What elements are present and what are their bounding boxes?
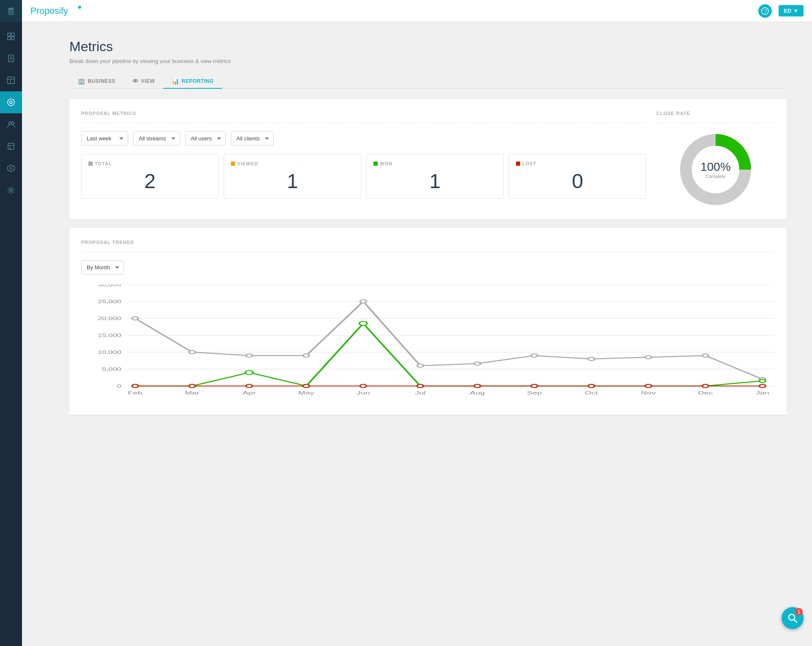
red-dot-jan (760, 384, 766, 388)
green-dot-jun (359, 321, 367, 326)
svg-rect-11 (8, 77, 14, 84)
tab-reporting[interactable]: 📊 REPORTING (163, 74, 222, 89)
header: Proposify ? ED ▼ (22, 0, 812, 22)
app-logo: Proposify (30, 4, 83, 18)
trends-divider (81, 252, 775, 252)
svg-rect-18 (8, 143, 14, 149)
green-dot-jan (760, 379, 766, 383)
svg-point-15 (10, 101, 12, 104)
close-rate-title: CLOSE RATE (656, 111, 775, 116)
red-dot-nov (645, 384, 652, 388)
red-dot-mar (189, 384, 195, 388)
svg-rect-0 (9, 10, 13, 14)
trends-time-filter[interactable]: By Month By Week By Day (81, 260, 124, 274)
metrics-layout: PROPOSAL METRICS Last week Last month La… (81, 111, 775, 208)
tab-reporting-label: REPORTING (182, 78, 214, 84)
metric-box-won: WON 1 (366, 154, 504, 199)
tab-view-label: VIEW (141, 78, 155, 84)
green-dot-apr (245, 370, 253, 375)
won-dot (373, 162, 378, 166)
metric-box-viewed: VIEWED 1 (224, 154, 361, 199)
metrics-filters: Last week Last month Last year All time … (81, 131, 646, 145)
gray-dot-oct (588, 357, 595, 361)
svg-text:5,000: 5,000 (102, 367, 121, 372)
time-filter[interactable]: Last week Last month Last year All time (81, 131, 128, 145)
close-rate-divider (656, 123, 775, 123)
gray-dot-nov (645, 356, 652, 359)
svg-rect-3 (8, 33, 11, 36)
svg-text:Aug: Aug (470, 390, 485, 395)
user-menu-button[interactable]: ED ▼ (779, 5, 804, 16)
users-filter[interactable]: All users (185, 131, 226, 145)
gray-dot-aug (474, 362, 480, 365)
sidebar (0, 0, 22, 646)
svg-text:?: ? (764, 8, 767, 14)
svg-text:Oct: Oct (585, 390, 598, 395)
sidebar-item-catalog[interactable] (0, 135, 22, 157)
reporting-tab-icon: 📊 (172, 78, 179, 85)
float-search-button[interactable]: 1 (782, 607, 804, 629)
red-dot-jul (417, 384, 423, 388)
donut-center-text: 100% Complete (700, 160, 731, 179)
gray-trend-line (135, 301, 763, 379)
donut-percent: 100% (700, 160, 731, 174)
gray-dot-sep (531, 354, 538, 357)
metric-box-total: TOTAL 2 (81, 154, 219, 199)
svg-point-14 (8, 99, 14, 106)
trends-filters: By Month By Week By Day (81, 260, 775, 274)
clients-filter[interactable]: All clients (231, 131, 274, 145)
viewed-dot (231, 162, 235, 166)
page-subtitle: Break down your pipeline by viewing your… (69, 58, 787, 64)
svg-rect-5 (8, 37, 11, 40)
sidebar-item-dashboard[interactable] (0, 25, 22, 47)
svg-text:15,000: 15,000 (98, 333, 121, 338)
trends-title: PROPOSAL TRENDS (81, 240, 775, 245)
sidebar-item-documents[interactable] (0, 47, 22, 69)
header-right: ? ED ▼ (758, 4, 804, 18)
sidebar-item-settings[interactable] (0, 179, 22, 201)
donut-chart-container: 100% Complete (656, 131, 775, 208)
red-dot-may (303, 384, 310, 388)
svg-text:Proposify: Proposify (30, 6, 68, 16)
svg-text:25,000: 25,000 (98, 299, 121, 304)
tab-view[interactable]: 👁 VIEW (124, 74, 163, 89)
main-tabs: 🏢 BUSINESS 👁 VIEW 📊 REPORTING (69, 74, 787, 89)
streams-filter[interactable]: All streams (133, 131, 180, 145)
svg-text:Jul: Jul (415, 390, 426, 395)
business-tab-icon: 🏢 (78, 78, 85, 85)
tab-business[interactable]: 🏢 BUSINESS (69, 74, 124, 89)
sidebar-item-contacts[interactable] (0, 113, 22, 135)
svg-line-58 (794, 620, 797, 623)
gray-dot-may (303, 354, 310, 357)
red-dot-aug (474, 384, 480, 388)
help-button[interactable]: ? (758, 4, 772, 18)
tab-business-label: BUSINESS (88, 78, 115, 84)
gray-dot-apr (246, 354, 252, 357)
main-content: Metrics Break down your pipeline by view… (44, 22, 812, 646)
svg-point-25 (78, 5, 81, 8)
svg-text:10,000: 10,000 (98, 350, 121, 355)
donut-chart: 100% Complete (678, 131, 754, 208)
svg-text:Dec: Dec (698, 390, 713, 395)
sidebar-item-metrics[interactable] (0, 91, 22, 113)
view-tab-icon: 👁 (132, 78, 139, 85)
svg-marker-21 (8, 165, 14, 172)
svg-text:Mar: Mar (185, 390, 200, 395)
svg-text:Feb: Feb (128, 390, 143, 395)
svg-text:20,000: 20,000 (98, 316, 121, 321)
metric-lost-value: 0 (516, 171, 639, 192)
sidebar-item-templates[interactable] (0, 69, 22, 91)
svg-text:Jan: Jan (756, 390, 769, 395)
svg-text:30,000: 30,000 (98, 285, 121, 287)
sidebar-item-integrations[interactable] (0, 157, 22, 179)
user-initials: ED (784, 8, 791, 14)
red-dot-sep (531, 384, 538, 388)
metric-boxes: TOTAL 2 VIEWED 1 WON (81, 154, 646, 199)
svg-point-16 (9, 122, 11, 124)
metric-lost-label: LOST (516, 161, 536, 166)
red-dot-oct (588, 384, 595, 388)
metric-viewed-label: VIEWED (231, 161, 258, 166)
red-dot-dec (702, 384, 709, 388)
red-dot-apr (246, 384, 252, 388)
close-rate-section: CLOSE RATE 100% (656, 111, 775, 208)
